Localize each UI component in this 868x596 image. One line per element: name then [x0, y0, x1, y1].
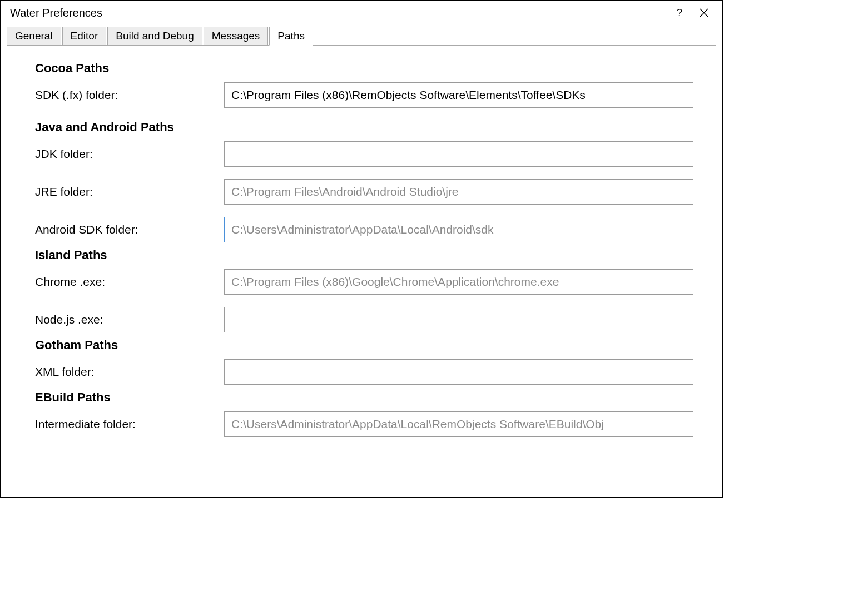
section-gotham-title: Gotham Paths — [35, 338, 693, 352]
label-jre: JRE folder: — [35, 185, 224, 198]
label-sdk-fx: SDK (.fx) folder: — [35, 88, 224, 102]
row-jre: JRE folder: — [35, 179, 693, 205]
label-chrome: Chrome .exe: — [35, 275, 224, 289]
input-jre[interactable] — [224, 179, 693, 205]
preferences-window: Water Preferences ? General Editor Build… — [0, 0, 723, 498]
input-nodejs[interactable] — [224, 307, 693, 332]
section-ebuild-title: EBuild Paths — [35, 390, 693, 405]
tab-general[interactable]: General — [7, 27, 61, 46]
section-java-title: Java and Android Paths — [35, 120, 693, 135]
label-jdk: JDK folder: — [35, 147, 224, 161]
help-icon: ? — [677, 7, 682, 19]
titlebar: Water Preferences ? — [1, 1, 722, 27]
row-chrome: Chrome .exe: — [35, 269, 693, 295]
tab-paths[interactable]: Paths — [269, 27, 313, 46]
row-intermediate: Intermediate folder: — [35, 411, 693, 437]
row-nodejs: Node.js .exe: — [35, 307, 693, 332]
close-icon — [700, 8, 708, 17]
paths-panel: Cocoa Paths SDK (.fx) folder: Java and A… — [7, 45, 716, 491]
help-button[interactable]: ? — [668, 4, 691, 21]
section-island-title: Island Paths — [35, 248, 693, 262]
tabs-bar: General Editor Build and Debug Messages … — [1, 27, 722, 46]
tab-editor[interactable]: Editor — [62, 27, 107, 46]
label-intermediate: Intermediate folder: — [35, 418, 224, 431]
section-cocoa-title: Cocoa Paths — [35, 61, 693, 76]
label-android-sdk: Android SDK folder: — [35, 223, 224, 236]
input-intermediate[interactable] — [224, 411, 693, 437]
input-chrome[interactable] — [224, 269, 693, 295]
input-android-sdk[interactable] — [224, 217, 693, 242]
row-sdk-fx: SDK (.fx) folder: — [35, 82, 693, 108]
window-title: Water Preferences — [10, 7, 666, 19]
row-xml: XML folder: — [35, 359, 693, 385]
tab-messages[interactable]: Messages — [204, 27, 269, 46]
row-android-sdk: Android SDK folder: — [35, 217, 693, 242]
tab-build-and-debug[interactable]: Build and Debug — [107, 27, 202, 46]
label-nodejs: Node.js .exe: — [35, 313, 224, 326]
input-xml[interactable] — [224, 359, 693, 385]
label-xml: XML folder: — [35, 365, 224, 379]
input-sdk-fx[interactable] — [224, 82, 693, 108]
row-jdk: JDK folder: — [35, 141, 693, 167]
input-jdk[interactable] — [224, 141, 693, 167]
close-button[interactable] — [693, 4, 715, 21]
